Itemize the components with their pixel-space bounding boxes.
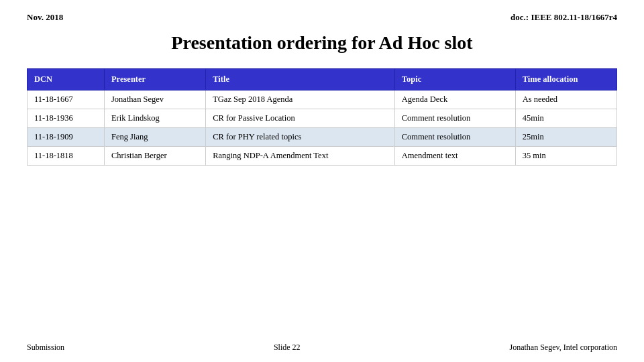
col-header-presenter: Presenter <box>104 69 205 90</box>
cell-presenter: Christian Berger <box>104 147 205 166</box>
cell-topic: Comment resolution <box>394 128 515 147</box>
footer-right: Jonathan Segev, Intel corporation <box>509 343 617 353</box>
table-row: 11-18-1909Feng JiangCR for PHY related t… <box>28 128 617 147</box>
table-row: 11-18-1667Jonathan SegevTGaz Sep 2018 Ag… <box>28 90 617 109</box>
cell-title: Ranging NDP-A Amendment Text <box>206 147 395 166</box>
table-container: DCN Presenter Title Topic Time allocatio… <box>27 68 617 330</box>
cell-presenter: Feng Jiang <box>104 128 205 147</box>
footer-left: Submission <box>27 343 64 353</box>
table-row: 11-18-1936Erik LindskogCR for Passive Lo… <box>28 109 617 128</box>
col-header-title: Title <box>206 69 395 90</box>
col-header-dcn: DCN <box>28 69 105 90</box>
header-date: Nov. 2018 <box>27 12 63 23</box>
table-header-row: DCN Presenter Title Topic Time allocatio… <box>28 69 617 90</box>
col-header-topic: Topic <box>394 69 515 90</box>
header: Nov. 2018 doc.: IEEE 802.11-18/1667r4 <box>27 12 617 23</box>
cell-presenter: Erik Lindskog <box>104 109 205 128</box>
cell-dcn: 11-18-1667 <box>28 90 105 109</box>
footer: Submission Slide 22 Jonathan Segev, Inte… <box>27 340 617 353</box>
cell-topic: Comment resolution <box>394 109 515 128</box>
cell-time: As needed <box>515 90 616 109</box>
cell-title: TGaz Sep 2018 Agenda <box>206 90 395 109</box>
cell-title: CR for PHY related topics <box>206 128 395 147</box>
header-doc: doc.: IEEE 802.11-18/1667r4 <box>511 12 617 23</box>
cell-topic: Amendment text <box>394 147 515 166</box>
col-header-time: Time allocation <box>515 69 616 90</box>
cell-topic: Agenda Deck <box>394 90 515 109</box>
cell-time: 25min <box>515 128 616 147</box>
cell-title: CR for Passive Location <box>206 109 395 128</box>
cell-presenter: Jonathan Segev <box>104 90 205 109</box>
page: Nov. 2018 doc.: IEEE 802.11-18/1667r4 Pr… <box>0 0 644 362</box>
page-title: Presentation ordering for Ad Hoc slot <box>27 32 617 54</box>
cell-dcn: 11-18-1818 <box>28 147 105 166</box>
cell-time: 45min <box>515 109 616 128</box>
cell-dcn: 11-18-1909 <box>28 128 105 147</box>
table-row: 11-18-1818Christian BergerRanging NDP-A … <box>28 147 617 166</box>
presentation-table: DCN Presenter Title Topic Time allocatio… <box>27 68 617 166</box>
footer-center: Slide 22 <box>274 343 301 353</box>
cell-dcn: 11-18-1936 <box>28 109 105 128</box>
cell-time: 35 min <box>515 147 616 166</box>
